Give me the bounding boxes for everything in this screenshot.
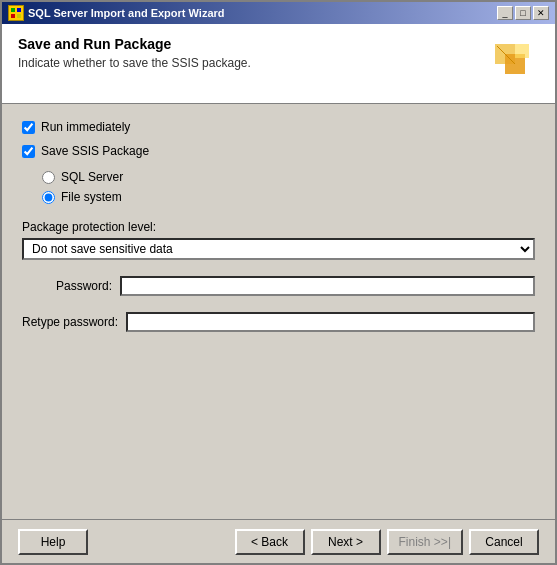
password-input[interactable] — [120, 276, 535, 296]
header-text: Save and Run Package Indicate whether to… — [18, 36, 487, 70]
ssis-icon — [487, 36, 535, 84]
title-bar-buttons: _ □ ✕ — [497, 6, 549, 20]
maximize-button[interactable]: □ — [515, 6, 531, 20]
file-system-radio-row: File system — [42, 190, 535, 204]
help-button[interactable]: Help — [18, 529, 88, 555]
save-ssis-checkbox[interactable] — [22, 145, 35, 158]
footer-left: Help — [18, 529, 88, 555]
run-immediately-row: Run immediately — [22, 120, 535, 134]
next-button[interactable]: Next > — [311, 529, 381, 555]
protection-dropdown-wrapper: Do not save sensitive data Encrypt sensi… — [22, 238, 535, 260]
minimize-button[interactable]: _ — [497, 6, 513, 20]
back-button[interactable]: < Back — [235, 529, 305, 555]
header-panel: Save and Run Package Indicate whether to… — [2, 24, 555, 104]
sql-server-label: SQL Server — [61, 170, 123, 184]
finish-button[interactable]: Finish >>| — [387, 529, 463, 555]
protection-section: Package protection level: Do not save se… — [22, 220, 535, 260]
window-title: SQL Server Import and Export Wizard — [28, 7, 225, 19]
app-icon — [8, 5, 24, 21]
title-bar-left: SQL Server Import and Export Wizard — [8, 5, 225, 21]
retype-password-input[interactable] — [126, 312, 535, 332]
page-subtitle: Indicate whether to save the SSIS packag… — [18, 56, 487, 70]
close-button[interactable]: ✕ — [533, 6, 549, 20]
page-title: Save and Run Package — [18, 36, 487, 52]
run-immediately-label: Run immediately — [41, 120, 130, 134]
sql-server-radio-row: SQL Server — [42, 170, 535, 184]
file-system-label: File system — [61, 190, 122, 204]
main-window: SQL Server Import and Export Wizard _ □ … — [0, 0, 557, 565]
storage-radio-group: SQL Server File system — [42, 170, 535, 204]
retype-password-row: Retype password: — [22, 312, 535, 332]
svg-rect-6 — [515, 44, 529, 58]
retype-password-label: Retype password: — [22, 315, 118, 329]
footer: Help < Back Next > Finish >>| Cancel — [2, 519, 555, 563]
wizard-icon-container — [487, 36, 539, 88]
protection-level-label: Package protection level: — [22, 220, 535, 234]
sql-server-radio[interactable] — [42, 171, 55, 184]
content-area: Save and Run Package Indicate whether to… — [2, 24, 555, 563]
password-label: Password: — [22, 279, 112, 293]
password-row: Password: — [22, 276, 535, 296]
svg-rect-2 — [11, 14, 15, 18]
save-ssis-label: Save SSIS Package — [41, 144, 149, 158]
save-ssis-row: Save SSIS Package — [22, 144, 535, 158]
footer-right: < Back Next > Finish >>| Cancel — [235, 529, 539, 555]
run-immediately-checkbox[interactable] — [22, 121, 35, 134]
protection-level-dropdown[interactable]: Do not save sensitive data Encrypt sensi… — [22, 238, 535, 260]
svg-rect-0 — [11, 8, 15, 12]
file-system-radio[interactable] — [42, 191, 55, 204]
cancel-button[interactable]: Cancel — [469, 529, 539, 555]
svg-rect-3 — [17, 14, 21, 18]
main-panel: Run immediately Save SSIS Package SQL Se… — [2, 104, 555, 519]
svg-rect-1 — [17, 8, 21, 12]
title-bar: SQL Server Import and Export Wizard _ □ … — [2, 2, 555, 24]
